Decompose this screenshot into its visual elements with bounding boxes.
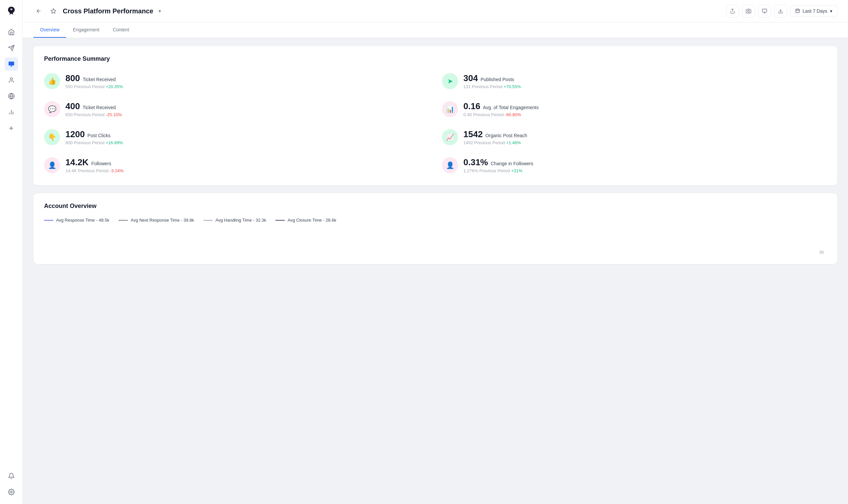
svg-rect-13 — [762, 9, 766, 12]
metric-change-change-in-followers: +31% — [511, 168, 523, 173]
sidebar-item-send[interactable] — [5, 41, 18, 55]
metric-main-organic-post-reach: 1542Organic Post Reach — [464, 129, 527, 140]
metric-info-organic-post-reach: 1542Organic Post Reach1492 Previous Peri… — [464, 129, 527, 145]
metric-label-organic-post-reach: Organic Post Reach — [485, 133, 527, 138]
sidebar-item-contact[interactable] — [5, 73, 18, 87]
metrics-grid: 👍800Ticket Received550 Previous Period +… — [44, 70, 827, 176]
back-button[interactable] — [33, 6, 44, 16]
metric-main-ticket-received-2: 400Ticket Received — [66, 101, 122, 111]
main-content: Cross Platform Performance ▾ — [23, 0, 848, 504]
metric-item-followers: 👤14.2KFollowers14.4K Previous Period -3.… — [44, 155, 429, 176]
metric-icon-change-in-followers: 👤 — [442, 157, 458, 173]
monitor-button[interactable] — [758, 5, 771, 17]
metric-value-avg-total-engagements: 0.16 — [464, 101, 481, 111]
metric-icon-ticket-received-1: 👍 — [44, 73, 60, 89]
sidebar-item-settings[interactable] — [5, 485, 18, 499]
metric-label-change-in-followers: Change in Followers — [491, 161, 534, 166]
legend-line-avg-handling-time — [203, 220, 213, 221]
date-filter-label: Last 7 Days — [802, 8, 827, 14]
legend-item-avg-response-time: Avg Response Time - 48.5k — [44, 218, 109, 223]
camera-button[interactable] — [742, 5, 755, 17]
sidebar-item-globe[interactable] — [5, 89, 18, 103]
metric-icon-ticket-received-2: 💬 — [44, 101, 60, 117]
metric-item-avg-total-engagements: 📊0.16Avg. of Total Engagements0.40 Previ… — [442, 98, 827, 120]
tab-overview[interactable]: Overview — [33, 22, 66, 38]
sidebar-item-chat[interactable] — [5, 57, 18, 71]
metric-info-change-in-followers: 0.31%Change in Followers1,276% Previous … — [464, 157, 533, 173]
download-button[interactable] — [774, 5, 787, 17]
legend-label-avg-handling-time: Avg Handling Time - 32.3k — [215, 218, 266, 223]
chart-area: 80 — [44, 228, 827, 255]
metric-sub-avg-total-engagements: 0.40 Previous Period -60.80% — [464, 112, 539, 117]
metric-info-ticket-received-2: 400Ticket Received650 Previous Period -2… — [66, 101, 122, 117]
tab-engagement[interactable]: Engagement — [66, 22, 106, 38]
metric-sub-followers: 14.4K Previous Period -3.24% — [66, 168, 124, 173]
metric-change-followers: -3.24% — [110, 168, 124, 173]
metric-sub-ticket-received-1: 550 Previous Period +20.35% — [66, 84, 123, 89]
calendar-icon — [795, 8, 800, 14]
sidebar-item-home[interactable] — [5, 25, 18, 39]
svg-rect-2 — [8, 62, 14, 66]
metric-item-organic-post-reach: 📈1542Organic Post Reach1492 Previous Per… — [442, 126, 827, 148]
metric-value-ticket-received-1: 800 — [66, 73, 80, 84]
metric-item-post-clicks: 👇1200Post Clicks800 Previous Period +16.… — [44, 126, 429, 148]
metric-change-organic-post-reach: +1.46% — [506, 140, 521, 145]
metric-sub-change-in-followers: 1,276% Previous Period +31% — [464, 168, 533, 173]
legend-label-avg-next-response-time: Avg Next Response Time - 39.8k — [130, 218, 194, 223]
share-button[interactable] — [726, 5, 739, 17]
sidebar-bottom — [5, 469, 18, 499]
legend-label-avg-closure-time: Avg Closure Time - 28.6k — [287, 218, 336, 223]
sidebar-item-add[interactable]: + — [5, 122, 18, 135]
svg-rect-17 — [796, 9, 799, 12]
legend-line-avg-next-response-time — [119, 220, 128, 221]
chart-legend: Avg Response Time - 48.5kAvg Next Respon… — [44, 218, 827, 223]
metric-info-published-posts: 304Published Posts131 Previous Period +7… — [464, 73, 521, 89]
metric-label-post-clicks: Post Clicks — [88, 133, 110, 138]
metric-value-published-posts: 304 — [464, 73, 478, 84]
metric-label-followers: Followers — [91, 161, 111, 166]
metric-item-change-in-followers: 👤0.31%Change in Followers1,276% Previous… — [442, 155, 827, 176]
legend-label-avg-response-time: Avg Response Time - 48.5k — [56, 218, 109, 223]
metric-info-followers: 14.2KFollowers14.4K Previous Period -3.2… — [66, 157, 124, 173]
page-title: Cross Platform Performance — [63, 7, 153, 15]
favorite-button[interactable] — [48, 6, 59, 16]
metric-sub-ticket-received-2: 650 Previous Period -25.10% — [66, 112, 122, 117]
metric-item-ticket-received-1: 👍800Ticket Received550 Previous Period +… — [44, 70, 429, 92]
metric-icon-post-clicks: 👇 — [44, 129, 60, 145]
metric-sub-published-posts: 131 Previous Period +70.55% — [464, 84, 521, 89]
metric-main-avg-total-engagements: 0.16Avg. of Total Engagements — [464, 101, 539, 111]
app-logo — [6, 5, 17, 17]
sidebar: + — [0, 0, 23, 504]
metric-change-published-posts: +70.55% — [504, 84, 521, 89]
sidebar-item-analytics[interactable] — [5, 106, 18, 119]
metric-icon-published-posts: ➤ — [442, 73, 458, 89]
metric-icon-avg-total-engagements: 📊 — [442, 101, 458, 117]
date-filter-dropdown[interactable]: Last 7 Days ▾ — [790, 5, 837, 17]
metric-sub-organic-post-reach: 1492 Previous Period +1.46% — [464, 140, 527, 145]
metric-main-post-clicks: 1200Post Clicks — [66, 129, 123, 140]
metric-sub-post-clicks: 800 Previous Period +16.89% — [66, 140, 123, 145]
title-dropdown-arrow[interactable]: ▾ — [159, 8, 161, 14]
svg-marker-10 — [51, 9, 56, 13]
metric-main-published-posts: 304Published Posts — [464, 73, 521, 84]
metric-change-avg-total-engagements: -60.80% — [505, 112, 521, 117]
metric-icon-organic-post-reach: 📈 — [442, 129, 458, 145]
metric-change-ticket-received-1: +20.35% — [106, 84, 123, 89]
legend-item-avg-closure-time: Avg Closure Time - 28.6k — [275, 218, 336, 223]
sidebar-item-notifications[interactable] — [5, 469, 18, 483]
topbar-left: Cross Platform Performance ▾ — [33, 6, 161, 16]
metric-change-ticket-received-2: -25.10% — [106, 112, 122, 117]
metric-main-followers: 14.2KFollowers — [66, 157, 124, 167]
tab-content[interactable]: Content — [106, 22, 136, 38]
svg-point-9 — [10, 491, 12, 493]
topbar-actions: Last 7 Days ▾ — [726, 5, 837, 17]
content-area: Performance Summary 👍800Ticket Received5… — [23, 38, 848, 272]
metric-value-change-in-followers: 0.31% — [464, 157, 488, 167]
metric-item-ticket-received-2: 💬400Ticket Received650 Previous Period -… — [44, 98, 429, 120]
metric-info-ticket-received-1: 800Ticket Received550 Previous Period +2… — [66, 73, 123, 89]
metric-value-followers: 14.2K — [66, 157, 89, 167]
chart-axis-label: 80 — [819, 250, 824, 255]
metric-info-post-clicks: 1200Post Clicks800 Previous Period +16.8… — [66, 129, 123, 145]
metric-label-ticket-received-2: Ticket Received — [83, 105, 115, 110]
metric-label-published-posts: Published Posts — [481, 77, 514, 82]
